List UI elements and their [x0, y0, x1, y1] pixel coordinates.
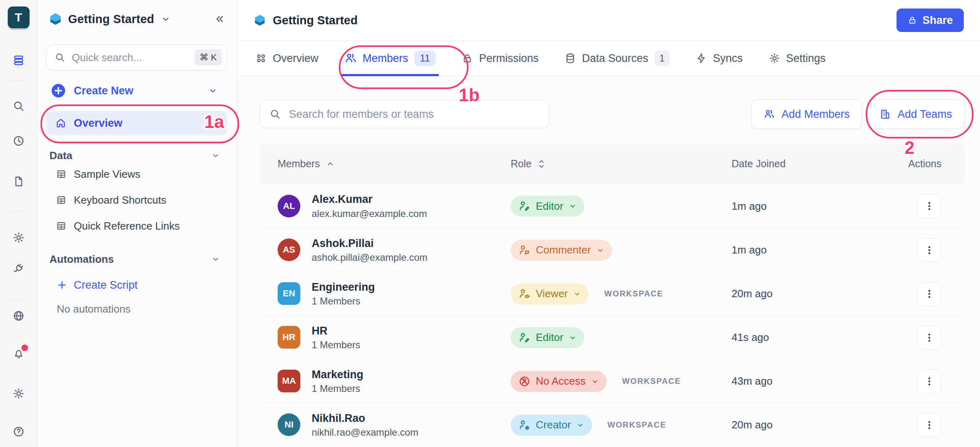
lock-icon	[462, 53, 473, 64]
main-header: Getting Started Share	[237, 0, 980, 41]
sidebar-item-overview[interactable]: Overview	[46, 111, 227, 135]
sidebar-item-keyboard-shortcuts[interactable]: Keyboard Shortcuts	[46, 187, 227, 213]
keyboard-shortcut-hint: ⌘ K	[195, 49, 222, 66]
tab-members[interactable]: Members 11	[344, 41, 436, 76]
sidebar-workspace-title: Getting Started	[68, 13, 154, 26]
document-icon[interactable]	[13, 175, 25, 187]
row-actions-button[interactable]	[917, 238, 941, 262]
sidebar-item-sample-views[interactable]: Sample Views	[46, 161, 227, 187]
sidebar-item-label: Keyboard Shortcuts	[74, 194, 166, 206]
date-joined: 41s ago	[732, 331, 892, 344]
tab-settings[interactable]: Settings	[769, 41, 826, 76]
section-header-data[interactable]: Data	[46, 150, 227, 161]
tab-bar: Overview Members 11 Permissions Data So	[237, 41, 980, 76]
members-table: Members Role Date Joined	[259, 144, 965, 447]
quick-search-box[interactable]: ⌘ K	[46, 45, 227, 70]
plug-icon[interactable]	[13, 262, 25, 275]
chevron-down-icon	[577, 421, 584, 429]
person-edit-icon	[519, 200, 530, 212]
column-label: Actions	[908, 158, 941, 169]
date-joined: 20m ago	[732, 419, 892, 431]
sidebar-item-quick-reference-links[interactable]: Quick Reference Links	[46, 213, 227, 239]
rail-divider	[11, 211, 27, 211]
tab-overview[interactable]: Overview	[255, 41, 319, 76]
chevron-down-icon	[569, 202, 576, 210]
quick-search-input[interactable]	[71, 51, 189, 64]
layers-icon[interactable]	[13, 54, 25, 66]
workspace-switcher[interactable]: Getting Started	[46, 8, 227, 30]
gear-icon[interactable]	[13, 232, 25, 244]
project-cube-icon	[253, 14, 266, 27]
role-dropdown[interactable]: Commenter	[511, 240, 612, 261]
share-label: Share	[922, 14, 953, 27]
search-icon	[270, 109, 281, 120]
member-name: Ashok.Pillai	[312, 237, 428, 250]
project-cube-icon	[49, 12, 62, 26]
role-label: Editor	[536, 200, 563, 213]
member-subtitle: nikhil.rao@example.com	[312, 427, 418, 438]
share-button[interactable]: Share	[897, 9, 964, 32]
tab-label: Data Sources	[582, 52, 648, 65]
role-dropdown[interactable]: Viewer	[511, 283, 589, 304]
rail-divider	[11, 300, 27, 300]
create-script-button[interactable]: Create Script	[46, 277, 227, 293]
member-name: HR	[312, 324, 360, 337]
sidebar: Getting Started ⌘ K Create New	[37, 0, 237, 447]
tab-data-sources[interactable]: Data Sources 1	[565, 41, 670, 76]
members-toolbar: Add Members Add Teams	[259, 100, 965, 129]
column-header-members[interactable]: Members	[259, 158, 511, 170]
member-name: Engineering	[312, 281, 375, 294]
member-subtitle: 1 Members	[312, 383, 364, 394]
grid-icon	[255, 53, 267, 64]
sun-icon[interactable]	[13, 387, 25, 400]
chevron-down-icon[interactable]	[212, 255, 220, 263]
date-joined: 1m ago	[732, 200, 892, 213]
add-members-button[interactable]: Add Members	[751, 100, 862, 129]
sort-asc-icon	[326, 160, 334, 168]
chevron-down-icon[interactable]	[208, 86, 217, 95]
rail-divider	[11, 80, 27, 81]
tab-syncs[interactable]: Syncs	[695, 41, 743, 76]
collapse-sidebar-icon[interactable]	[214, 14, 225, 24]
column-label: Role	[511, 158, 531, 170]
member-name: Alex.Kumar	[312, 193, 427, 206]
globe-icon[interactable]	[13, 310, 25, 322]
role-label: No Access	[536, 375, 586, 387]
member-search-input[interactable]	[288, 108, 539, 121]
chevron-down-icon[interactable]	[212, 151, 220, 160]
row-actions-button[interactable]	[917, 194, 941, 218]
row-actions-button[interactable]	[917, 369, 941, 394]
workspace-scope-label: WORKSPACE	[622, 377, 681, 386]
search-icon[interactable]	[13, 100, 25, 112]
row-actions-button[interactable]	[917, 282, 941, 306]
role-dropdown[interactable]: Editor	[511, 196, 584, 217]
add-teams-button[interactable]: Add Teams	[867, 100, 965, 129]
role-label: Editor	[536, 331, 563, 344]
member-search-box[interactable]	[259, 100, 549, 128]
home-icon	[55, 117, 66, 129]
help-icon[interactable]	[13, 426, 25, 438]
create-new-button[interactable]: Create New	[46, 83, 227, 99]
avatar: EN	[278, 282, 300, 305]
table-icon	[56, 195, 66, 205]
row-actions-button[interactable]	[917, 326, 941, 350]
column-header-role[interactable]: Role	[511, 158, 732, 170]
role-dropdown[interactable]: Creator	[511, 415, 592, 436]
role-dropdown[interactable]: No Access	[511, 371, 607, 392]
role-dropdown[interactable]: Editor	[511, 327, 584, 348]
column-header-date-joined: Date Joined	[732, 158, 892, 170]
table-row: EN Engineering 1 Members Viewer	[259, 272, 965, 315]
chevron-down-icon	[569, 334, 576, 341]
row-actions-button[interactable]	[917, 413, 941, 437]
tab-permissions[interactable]: Permissions	[462, 41, 539, 76]
chevron-down-icon	[597, 247, 604, 254]
bolt-icon	[695, 53, 707, 64]
table-row: MA Marketing 1 Members No Access	[259, 359, 965, 403]
clock-icon[interactable]	[13, 135, 25, 147]
workspace-logo[interactable]: T	[8, 6, 30, 28]
chevron-down-icon[interactable]	[161, 15, 170, 23]
bell-icon[interactable]	[13, 347, 25, 359]
chevron-down-icon	[573, 290, 581, 298]
create-new-label: Create New	[74, 85, 133, 97]
section-header-automations[interactable]: Automations	[46, 253, 227, 265]
